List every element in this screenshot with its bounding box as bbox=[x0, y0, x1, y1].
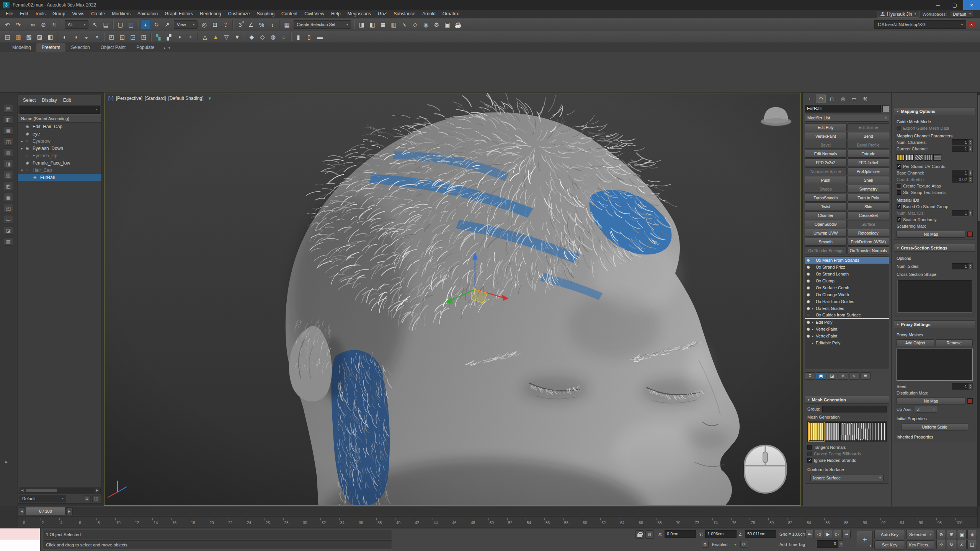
tree-item-hair-cap[interactable]: ▾ ○ Hair_Cap bbox=[18, 166, 101, 174]
checkbox[interactable] bbox=[807, 458, 812, 463]
tool-icon[interactable]: ◲ bbox=[128, 32, 138, 42]
spinner-arrows-icon[interactable] bbox=[969, 139, 973, 145]
checkbox[interactable] bbox=[897, 190, 901, 195]
map-enable-swatch[interactable] bbox=[967, 398, 973, 404]
modifier-button[interactable]: ProOptimizer bbox=[848, 167, 890, 175]
value-spinner[interactable]: 0.02 bbox=[952, 176, 973, 183]
select-by-name-icon[interactable]: ▤ ▾ bbox=[101, 20, 111, 29]
z-coordinate-field[interactable]: 50.011cm bbox=[745, 530, 776, 538]
object-visibility-icon[interactable]: ◉ bbox=[26, 161, 32, 165]
modifier-visibility-icon[interactable] bbox=[807, 279, 810, 283]
tool-icon[interactable]: ◆ bbox=[247, 32, 257, 42]
explorer-menu-item[interactable]: Edit bbox=[60, 98, 74, 103]
side-tool-icon[interactable]: ◨ bbox=[4, 160, 13, 168]
modifier-ox-edit-guides[interactable]: Ox Edit Guides bbox=[805, 305, 889, 312]
perspective-viewport[interactable]: [+][Perspective][Standard][Default Shadi… bbox=[104, 93, 801, 506]
tool-icon[interactable]: ◇ bbox=[257, 32, 268, 42]
zoom-extents-icon[interactable]: ▣ bbox=[957, 530, 967, 539]
make-unique-icon[interactable]: ⋔ bbox=[838, 372, 848, 380]
named-selection-sets-dropdown[interactable]: Create Selection Set ▾ bbox=[294, 20, 351, 29]
modifier-button[interactable]: TurboSmooth bbox=[805, 194, 847, 202]
modifier-list-dropdown[interactable]: Modifier List ▾ bbox=[805, 114, 889, 122]
modifier-visibility-icon[interactable] bbox=[807, 321, 810, 324]
row-seed[interactable]: Seed: 1 bbox=[897, 383, 973, 390]
parameters-scrollbar[interactable] bbox=[977, 93, 980, 506]
object-visibility-icon[interactable]: ○ bbox=[26, 139, 32, 143]
modifier-button[interactable]: Retopology bbox=[848, 229, 890, 237]
modifier-visibility-icon[interactable] bbox=[807, 300, 810, 303]
modifier-button[interactable]: Smooth bbox=[805, 238, 847, 246]
expand-arrow-icon[interactable]: ▸ bbox=[21, 139, 26, 143]
tool-icon[interactable]: ◱ bbox=[117, 32, 127, 42]
toolbar-separator[interactable] bbox=[104, 33, 105, 41]
tool-icon[interactable]: ◰ bbox=[106, 32, 117, 42]
modifier-button[interactable]: Symmetry bbox=[848, 185, 890, 193]
row-str-group-tex-islands[interactable]: Str. Group Tex. Islands bbox=[897, 189, 973, 196]
row-guide-mesh-mode[interactable]: Guide Mesh Mode bbox=[897, 118, 973, 125]
modifier-ox-hair-from-guides[interactable]: Ox Hair from Guides bbox=[805, 298, 889, 305]
toolbar-separator[interactable]: ▾ bbox=[279, 20, 280, 29]
maximize-viewport-toggle-icon[interactable]: ◱ bbox=[967, 540, 977, 549]
explorer-menu-item[interactable]: Select bbox=[20, 98, 38, 103]
menu-item[interactable]: Group bbox=[49, 10, 69, 18]
row-num-channels[interactable]: Num. Channels: 1 bbox=[897, 139, 973, 145]
utilities-tab[interactable]: ⚒ bbox=[860, 95, 870, 103]
pin-stack-icon[interactable]: ↧ bbox=[805, 372, 815, 380]
tool-icon[interactable]: ◓ bbox=[92, 32, 102, 42]
scroll-right-icon[interactable]: ▶ bbox=[94, 489, 100, 492]
modifier-visibility-icon[interactable] bbox=[807, 313, 810, 317]
tool-icon[interactable]: ▲ bbox=[211, 32, 221, 42]
row-tangent-normals[interactable]: Tangent Normals bbox=[807, 444, 887, 450]
next-frame-button[interactable]: ▷ bbox=[833, 530, 841, 538]
value-spinner[interactable]: 1 bbox=[952, 170, 973, 176]
spinner-arrows-icon[interactable] bbox=[969, 176, 973, 183]
side-tool-icon[interactable]: ◫ bbox=[4, 137, 13, 146]
toolbar-separator[interactable]: ▾ bbox=[232, 20, 234, 29]
modifier-vertexpaint-2[interactable]: VertexPaint bbox=[805, 333, 889, 339]
tab-object-paint[interactable]: Object Paint bbox=[95, 43, 131, 52]
modify-tab[interactable]: ◠ bbox=[816, 95, 826, 103]
tool-icon[interactable]: ▯ bbox=[304, 32, 314, 42]
tree-item-eye[interactable]: ◉ eye bbox=[18, 130, 101, 137]
modifier-button[interactable]: FFD 4x4x4 bbox=[848, 158, 890, 166]
tab-modeling[interactable]: Modeling bbox=[7, 43, 36, 52]
window-crossing-toggle-icon[interactable]: ◫ ▾ bbox=[126, 20, 136, 29]
tool-icon[interactable]: ◒ bbox=[81, 32, 91, 42]
tree-item-eyelash-up[interactable]: ○ Eyelash_Up bbox=[18, 152, 101, 159]
checkbox[interactable] bbox=[897, 164, 901, 169]
create-tab[interactable]: + bbox=[805, 95, 815, 103]
spinner-arrows-icon[interactable] bbox=[969, 263, 973, 269]
tool-icon[interactable]: ◌ bbox=[279, 32, 289, 42]
menu-item[interactable]: GoZ bbox=[374, 10, 390, 18]
x-coordinate-field[interactable]: 0.0cm bbox=[665, 530, 696, 538]
toolbar-separator[interactable] bbox=[150, 33, 152, 41]
modifier-button[interactable]: Edit Poly bbox=[805, 123, 847, 131]
modifier-button[interactable]: Ox Render Settings bbox=[805, 246, 847, 254]
selected-set-dropdown[interactable]: Selected▾ bbox=[906, 530, 934, 539]
object-visibility-icon[interactable]: ◉ bbox=[26, 132, 32, 136]
menu-item[interactable]: Substance bbox=[390, 10, 419, 18]
modifier-vertexpaint-1[interactable]: VertexPaint bbox=[805, 326, 889, 333]
channel-thumb-4[interactable] bbox=[924, 154, 932, 161]
rendered-frame-window-icon[interactable]: ▣ ▾ bbox=[442, 20, 452, 29]
spinner-arrows-icon[interactable] bbox=[969, 170, 973, 176]
refresh-icon[interactable]: ⟳ bbox=[740, 541, 747, 548]
object-visibility-icon[interactable]: ◉ bbox=[26, 124, 32, 129]
maximize-button[interactable]: ▢ bbox=[946, 0, 963, 10]
fov-icon[interactable]: ∠ bbox=[957, 540, 967, 549]
expand-panel-icon[interactable]: ▸ bbox=[5, 459, 8, 465]
configure-modifier-sets-icon[interactable]: ≣ bbox=[860, 372, 871, 380]
modifier-visibility-icon[interactable] bbox=[807, 307, 810, 310]
tool-icon[interactable]: ◧ bbox=[45, 32, 56, 42]
zoom-icon[interactable]: ⊕ bbox=[936, 530, 946, 539]
object-name-field[interactable]: FurBall bbox=[805, 105, 881, 112]
side-tool-icon[interactable]: ▣ bbox=[4, 193, 13, 201]
tool-icon[interactable]: ▦ bbox=[13, 32, 23, 42]
tool-icon[interactable]: ▤ bbox=[2, 32, 13, 42]
explorer-horizontal-scrollbar[interactable]: ◀ ▶ bbox=[19, 487, 101, 493]
hierarchy-tab[interactable]: ⊓ bbox=[827, 95, 837, 103]
menu-item[interactable]: Scripting bbox=[253, 10, 278, 18]
expand-arrow-icon[interactable] bbox=[812, 307, 816, 310]
expand-arrow-icon[interactable] bbox=[812, 334, 816, 338]
side-tool-icon[interactable]: ◪ bbox=[4, 226, 13, 235]
